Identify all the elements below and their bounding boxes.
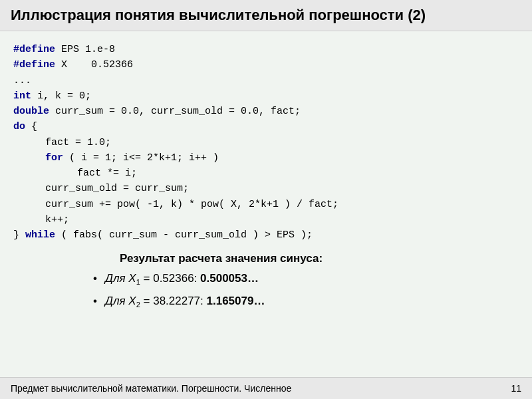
code-line-int-decl: int i, k = 0; [13, 88, 519, 104]
result-item-1: Для X1 = 0.52366: 0.500053… [93, 272, 519, 286]
code-text: curr_sum += pow( -1, k) * pow( X, 2*k+1 … [45, 199, 338, 210]
code-line-curr-sum: curr_sum += pow( -1, k) * pow( X, 2*k+1 … [13, 197, 519, 212]
code-text: curr_sum_old = curr_sum; [45, 183, 189, 194]
result-value: 1.165079… [207, 295, 265, 307]
code-text: { [25, 121, 37, 132]
results-title: Результат расчета значения синуса: [120, 252, 519, 265]
code-line-for: for ( i = 1; i<= 2*k+1; i++ ) [13, 150, 519, 166]
result-middle: = 0.52366: [140, 272, 200, 285]
code-text: fact *= i; [77, 168, 137, 179]
code-line-fact-mul: fact *= i; [13, 166, 519, 181]
result-item-2: Для X2 = 38.22277: 1.165079… [93, 295, 519, 309]
keyword: #define [13, 59, 55, 70]
code-line-while: } while ( fabs( curr_sum - curr_sum_old … [13, 227, 519, 243]
result-prefix: Для [105, 295, 128, 307]
main-content: #define EPS 1.e-8#define X 0.52366...int… [0, 31, 532, 377]
results-section: Результат расчета значения синуса: Для X… [13, 252, 519, 309]
result-middle: = 38.22277: [140, 295, 207, 307]
code-text: } [13, 229, 25, 241]
page-title: Иллюстрация понятия вычислительной погре… [11, 7, 521, 24]
code-text: curr_sum = 0.0, curr_sum_old = 0.0, fact… [49, 106, 301, 117]
results-list: Для X1 = 0.52366: 0.500053…Для X2 = 38.2… [93, 272, 519, 309]
keyword: #define [13, 44, 55, 55]
result-var: X [128, 272, 136, 285]
code-line-ellipsis: ... [13, 73, 519, 88]
footer: Предмет вычислительной математики. Погре… [0, 377, 532, 399]
footer-left: Предмет вычислительной математики. Погре… [11, 383, 291, 394]
code-text: ( fabs( curr_sum - curr_sum_old ) > EPS … [55, 229, 313, 241]
result-var: X [128, 295, 136, 307]
header: Иллюстрация понятия вычислительной погре… [0, 0, 532, 31]
code-line-define-x: #define X 0.52366 [13, 57, 519, 72]
code-line-fact-init: fact = 1.0; [13, 135, 519, 150]
code-text: ( i = 1; i<= 2*k+1; i++ ) [63, 152, 219, 164]
code-text: fact = 1.0; [45, 137, 111, 148]
code-text: ... [13, 75, 31, 86]
code-text: i, k = 0; [31, 90, 91, 102]
keyword: double [13, 106, 49, 117]
keyword: do [13, 121, 25, 132]
keyword: int [13, 90, 31, 102]
code-text: EPS 1.e-8 [55, 44, 115, 55]
result-prefix: Для [105, 272, 128, 285]
code-line-define-eps: #define EPS 1.e-8 [13, 42, 519, 57]
keyword: for [45, 152, 63, 164]
keyword: while [25, 229, 55, 241]
result-value: 0.500053… [200, 272, 259, 285]
code-text: k++; [45, 214, 69, 225]
code-line-curr-old: curr_sum_old = curr_sum; [13, 181, 519, 196]
code-block: #define EPS 1.e-8#define X 0.52366...int… [13, 42, 519, 243]
code-line-kpp: k++; [13, 212, 519, 227]
code-line-double-decl: double curr_sum = 0.0, curr_sum_old = 0.… [13, 104, 519, 119]
code-text: X 0.52366 [55, 59, 133, 70]
footer-page-number: 11 [511, 383, 521, 394]
code-line-do: do { [13, 119, 519, 134]
